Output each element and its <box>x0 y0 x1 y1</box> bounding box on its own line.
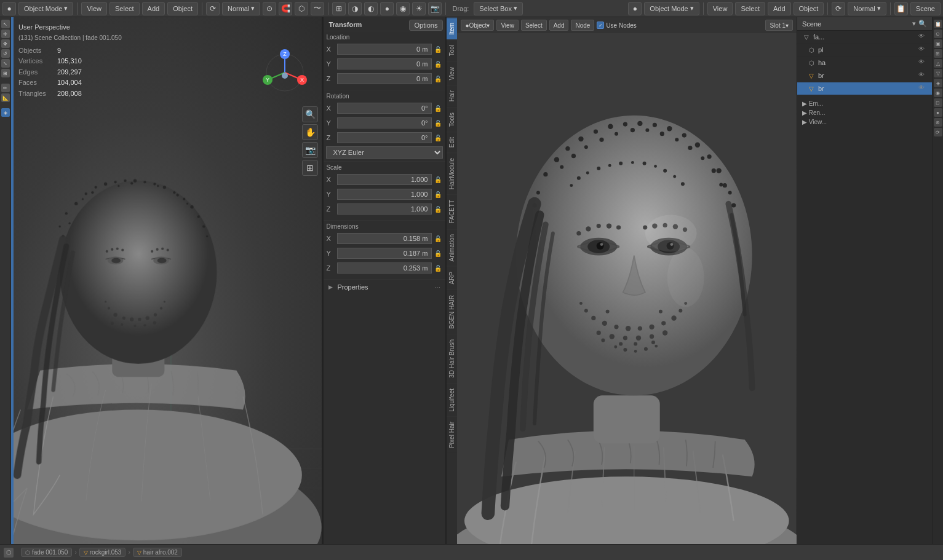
grid-nav-btn[interactable]: ⊞ <box>302 160 318 176</box>
slot-btn[interactable]: Slot 1 ▾ <box>765 20 793 31</box>
hand-nav-btn[interactable]: ✋ <box>302 124 318 140</box>
tab-pixel-hair[interactable]: Pixel Hair <box>447 416 457 453</box>
dim-y-input[interactable] <box>337 248 432 259</box>
normal-btn-left[interactable]: Normal ▾ <box>222 2 260 15</box>
vp-view-btn[interactable]: View <box>496 20 519 31</box>
camera-nav-btn[interactable]: 📷 <box>302 142 318 158</box>
vp-add-btn[interactable]: Add <box>549 20 569 31</box>
object-mode-btn-right[interactable]: Object Mode ▾ <box>644 2 699 15</box>
viewport-left-canvas[interactable]: User Perspective (131) Scene Collection … <box>14 17 322 560</box>
tab-bgen-hair[interactable]: BGEN HAIR <box>447 290 457 334</box>
fr-tool-4[interactable]: ⊞ <box>934 49 942 58</box>
transform-right-icon[interactable]: ⟳ <box>832 2 845 15</box>
tool-annotate[interactable]: ✏ <box>1 84 10 92</box>
fr-tool-7[interactable]: ◈ <box>934 79 942 87</box>
scene-filter-icon[interactable]: 🔍 <box>918 20 927 28</box>
tab-arp[interactable]: ARP <box>447 266 457 290</box>
selectbox-btn[interactable]: Select Box ▾ <box>474 2 523 15</box>
tab-facett[interactable]: FACETT <box>447 194 457 228</box>
shading-icon[interactable]: ◑ <box>348 2 362 15</box>
add-menu-btn[interactable]: Add <box>142 2 165 15</box>
tab-hair[interactable]: Hair <box>447 85 457 106</box>
rot-z-lock[interactable]: 🔓 <box>433 133 443 143</box>
scene-header-icon[interactable]: 📋 <box>894 2 908 15</box>
viewport-shade4[interactable]: ☀ <box>412 2 426 15</box>
fr-tool-8[interactable]: ◉ <box>934 89 942 97</box>
viewport-shade2[interactable]: ● <box>380 2 394 15</box>
fr-tool-9[interactable]: ⊡ <box>934 98 942 107</box>
viewport-shade3[interactable]: ◉ <box>396 2 410 15</box>
tab-view[interactable]: View <box>447 61 457 85</box>
proportional-icon[interactable]: ⊙ <box>263 2 276 15</box>
scene-item-pl[interactable]: ⬡ pl 👁 <box>797 44 932 57</box>
add-menu-btn-right[interactable]: Add <box>768 2 791 15</box>
select-menu-btn[interactable]: Select <box>109 2 140 15</box>
tab-liquifeet[interactable]: Liquifeet <box>447 383 457 417</box>
breadcrumb-hair-afro[interactable]: ▽ hair afro.002 <box>133 548 182 557</box>
rot-x-lock[interactable]: 🔓 <box>433 103 443 113</box>
tool-scale[interactable]: ⤡ <box>1 59 10 68</box>
fr-tool-5[interactable]: △ <box>934 59 942 68</box>
dim-z-lock[interactable]: 🔓 <box>433 263 443 273</box>
tab-3d-hair-brush[interactable]: 3D Hair Brush <box>447 334 457 383</box>
br1-eye[interactable]: 👁 <box>918 71 927 80</box>
loc-z-input[interactable] <box>337 73 432 84</box>
transform-icon[interactable]: ⟳ <box>206 2 220 15</box>
use-nodes-checkbox[interactable]: ✓ <box>597 22 604 29</box>
tool-cursor[interactable]: ✛ <box>1 30 10 38</box>
overlay-icon[interactable]: ⊞ <box>332 2 346 15</box>
loc-x-input[interactable] <box>337 44 432 55</box>
vp-object-mode-btn[interactable]: ● Object ▾ <box>461 20 494 31</box>
scene-collapse-icon[interactable]: ▾ <box>912 20 916 28</box>
object-mode-btn-left[interactable]: Object Mode ▾ <box>18 2 73 15</box>
fr-tool-11[interactable]: ⊛ <box>934 118 942 127</box>
fr-tool-6[interactable]: ▽ <box>934 69 942 77</box>
tab-hairmodule[interactable]: HairModule <box>447 152 457 194</box>
loc-z-lock[interactable]: 🔓 <box>433 74 443 84</box>
viewport-left[interactable]: User Perspective (131) Scene Collection … <box>14 17 323 560</box>
scene-item-br1[interactable]: ▽ br 👁 <box>797 69 932 82</box>
breadcrumb-fade[interactable]: ⬡ fade 001.050 <box>21 548 72 557</box>
tab-item[interactable]: Item <box>447 17 457 39</box>
bottom-mode-icon[interactable]: ⬡ <box>4 548 14 558</box>
scene-item-fade[interactable]: ▽ fa... 👁 <box>797 31 932 44</box>
vp-node-btn[interactable]: Node <box>571 20 594 31</box>
select-menu-btn-right[interactable]: Select <box>735 2 765 15</box>
dim-y-lock[interactable]: 🔓 <box>433 248 443 258</box>
fr-tool-1[interactable]: 📋 <box>934 20 942 28</box>
rot-x-input[interactable] <box>337 103 432 114</box>
tool-transform[interactable]: ⊞ <box>1 69 10 77</box>
scale-x-lock[interactable]: 🔓 <box>433 175 443 184</box>
tool-active[interactable]: ◈ <box>1 108 10 117</box>
normal-btn-right[interactable]: Normal ▾ <box>848 2 886 15</box>
tool-rotate[interactable]: ↺ <box>1 49 10 58</box>
tab-edit[interactable]: Edit <box>447 132 457 152</box>
snap-icon[interactable]: 🧲 <box>279 2 292 15</box>
scale-x-input[interactable] <box>337 174 432 185</box>
tab-tools[interactable]: Tools <box>447 107 457 132</box>
dim-z-input[interactable] <box>337 262 432 274</box>
view-menu-btn[interactable]: View <box>81 2 107 15</box>
scene-item-br2[interactable]: ▽ br 👁 <box>797 82 932 95</box>
loc-y-input[interactable] <box>337 58 432 69</box>
viewport-right-canvas[interactable] <box>457 17 797 560</box>
scale-z-input[interactable] <box>337 203 432 215</box>
br2-eye[interactable]: 👁 <box>918 84 927 93</box>
fr-tool-3[interactable]: ▣ <box>934 39 942 48</box>
scene-top-btn[interactable]: Scene <box>910 2 941 15</box>
scale-y-input[interactable] <box>337 189 432 200</box>
transform2-icon[interactable]: ⬡ <box>295 2 308 15</box>
falloff-icon[interactable]: 〜 <box>311 2 324 15</box>
dim-x-lock[interactable]: 🔓 <box>433 234 443 243</box>
scale-z-lock[interactable]: 🔓 <box>433 204 443 214</box>
euler-dropdown[interactable]: XYZ Euler <box>326 146 443 159</box>
loc-x-lock[interactable]: 🔓 <box>433 44 443 54</box>
tab-tool[interactable]: Tool <box>447 39 457 61</box>
fade-eye[interactable]: 👁 <box>918 33 927 41</box>
tool-measure[interactable]: 📐 <box>1 93 10 102</box>
scale-y-lock[interactable]: 🔓 <box>433 189 443 199</box>
search-nav-btn[interactable]: 🔍 <box>302 106 318 122</box>
fr-tool-2[interactable]: ⊙ <box>934 30 942 38</box>
fr-tool-12[interactable]: ⟳ <box>934 128 942 136</box>
loc-y-lock[interactable]: 🔓 <box>433 59 443 69</box>
